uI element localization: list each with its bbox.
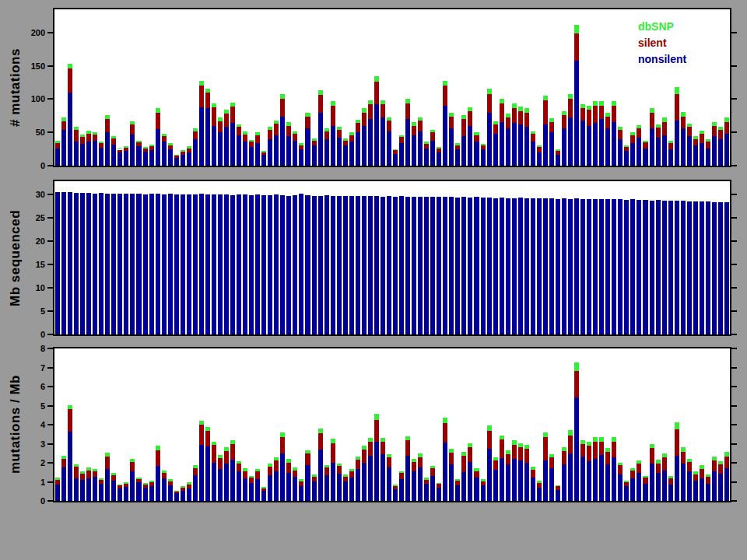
- bar-segment-silent: [662, 457, 667, 471]
- bar-segment-nonsilent: [700, 143, 704, 166]
- bar-segment-mb-sequenced: [693, 201, 698, 334]
- bar-segment-silent: [274, 124, 279, 135]
- bar-segment-silent: [468, 447, 472, 461]
- bar-segment-dbsnp: [331, 439, 335, 443]
- bar-segment-dbsnp: [531, 467, 535, 469]
- bar-segment-nonsilent: [156, 129, 160, 166]
- bar-segment-nonsilent: [675, 456, 679, 501]
- legend: dbSNP silent nonsilent: [638, 19, 686, 68]
- bar-segment-nonsilent: [305, 465, 310, 501]
- y-tick: [47, 405, 53, 407]
- bar-segment-mb-sequenced: [668, 201, 673, 334]
- bar-segment-dbsnp: [687, 124, 692, 127]
- bar-segment-silent: [500, 103, 504, 122]
- bar-segment-nonsilent: [212, 126, 216, 166]
- bar-segment-silent: [455, 481, 460, 485]
- bar-segment-silent: [518, 111, 523, 124]
- bar-segment-silent: [399, 137, 404, 143]
- bar-segment-silent: [718, 464, 723, 474]
- bar-segment-dbsnp: [130, 459, 135, 462]
- bar-segment-nonsilent: [687, 471, 692, 501]
- bar-segment-dbsnp: [387, 454, 391, 457]
- bar-segment-silent: [255, 471, 260, 479]
- bar-segment-nonsilent: [593, 123, 598, 166]
- bar-segment-dbsnp: [543, 96, 548, 100]
- bar-segment-dbsnp: [700, 131, 704, 134]
- bar-segment-nonsilent: [349, 142, 354, 166]
- y-tick: [47, 32, 53, 33]
- bar-segment-silent: [531, 134, 535, 142]
- bar-segment-nonsilent: [349, 478, 354, 501]
- bar-segment-dbsnp: [218, 117, 223, 121]
- bar-segment-mb-sequenced: [656, 200, 661, 334]
- bar-segment-nonsilent: [212, 463, 216, 501]
- bar-segment-silent: [580, 108, 585, 120]
- bar-segment-silent: [574, 33, 579, 61]
- bar-segment-mb-sequenced: [105, 194, 110, 334]
- bar-segment-mb-sequenced: [230, 195, 235, 334]
- bar-segment-dbsnp: [468, 107, 472, 111]
- bar-segment-mb-sequenced: [706, 201, 710, 334]
- bar-segment-mb-sequenced: [412, 197, 416, 334]
- y-tick: [731, 98, 737, 100]
- bar-segment-dbsnp: [512, 440, 517, 445]
- bar-segment-dbsnp: [481, 144, 486, 146]
- y-tick-label: 20: [17, 236, 45, 246]
- bar-segment-nonsilent: [143, 152, 148, 166]
- bar-segment-dbsnp: [405, 436, 410, 440]
- bar-segment-dbsnp: [356, 457, 360, 460]
- bar-segment-mb-sequenced: [261, 195, 266, 334]
- bar-segment-mb-sequenced: [249, 195, 254, 334]
- y-tick: [47, 98, 53, 100]
- bar-segment-silent: [474, 471, 479, 478]
- y-tick: [47, 310, 53, 312]
- bar-segment-nonsilent: [374, 442, 379, 501]
- bar-segment-dbsnp: [111, 136, 116, 138]
- bar-segment-nonsilent: [437, 152, 441, 166]
- bar-segment-dbsnp: [343, 474, 348, 476]
- bar-segment-dbsnp: [650, 108, 654, 112]
- bar-segment-silent: [99, 143, 103, 148]
- y-tick-label: 5: [17, 401, 45, 411]
- bar-segment-dbsnp: [449, 449, 454, 453]
- bar-segment-nonsilent: [399, 143, 404, 166]
- bar-segment-nonsilent: [549, 132, 554, 166]
- bar-segment-dbsnp: [174, 491, 179, 492]
- bar-segment-silent: [286, 463, 291, 473]
- bar-segment-nonsilent: [337, 474, 342, 501]
- bar-segment-silent: [605, 452, 610, 464]
- bar-segment-silent: [393, 486, 398, 489]
- bar-segment-silent: [693, 139, 698, 146]
- bar-segment-nonsilent: [243, 142, 247, 166]
- bar-segment-nonsilent: [537, 488, 542, 501]
- bar-segment-dbsnp: [74, 464, 79, 467]
- bar-segment-nonsilent: [424, 149, 429, 166]
- bar-segment-dbsnp: [99, 142, 103, 143]
- bar-segment-mb-sequenced: [662, 201, 667, 334]
- bar-segment-nonsilent: [612, 122, 616, 166]
- bar-segment-silent: [405, 440, 410, 456]
- bar-segment-silent: [68, 409, 72, 432]
- bar-segment-silent: [187, 485, 191, 488]
- bar-segment-dbsnp: [61, 456, 66, 459]
- bar-segment-dbsnp: [124, 482, 128, 484]
- bar-segment-silent: [399, 473, 404, 478]
- bar-segment-silent: [224, 114, 229, 127]
- bar-segment-dbsnp: [518, 107, 523, 111]
- bar-segment-silent: [293, 134, 297, 141]
- bar-segment-silent: [212, 445, 216, 463]
- bar-segment-nonsilent: [468, 126, 472, 166]
- bar-segment-nonsilent: [468, 462, 472, 501]
- bar-segment-nonsilent: [86, 142, 91, 166]
- bar-segment-mb-sequenced: [568, 199, 573, 334]
- y-tick-label: 15: [17, 260, 45, 269]
- bar-segment-nonsilent: [562, 464, 566, 501]
- bar-segment-silent: [675, 429, 679, 456]
- bar-segment-silent: [230, 444, 235, 460]
- bar-segment-silent: [537, 483, 542, 488]
- bar-segment-dbsnp: [187, 146, 191, 149]
- y-tick-label: 100: [17, 94, 45, 103]
- bar-segment-nonsilent: [187, 488, 191, 501]
- bar-segment-nonsilent: [368, 456, 373, 501]
- bar-segment-silent: [637, 464, 641, 473]
